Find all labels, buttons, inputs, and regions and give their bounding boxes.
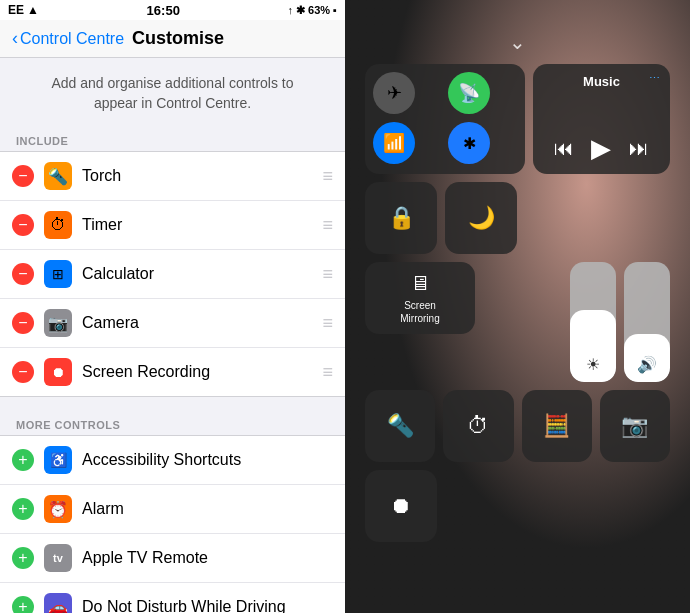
dismiss-chevron-icon[interactable]: ⌄ <box>365 30 670 54</box>
remove-torch-button[interactable]: − <box>12 165 34 187</box>
bluetooth-icon: ✱ <box>296 4 305 17</box>
screen-mirroring-button[interactable]: 🖥 ScreenMirroring <box>365 262 475 334</box>
add-accessibility-button[interactable]: + <box>12 449 34 471</box>
cc-third-row: 🖥 ScreenMirroring ☀ 🔊 <box>365 262 670 382</box>
screen-mirroring-icon: 🖥 <box>410 272 430 295</box>
wifi-button[interactable]: 📶 <box>373 122 415 164</box>
brightness-slider[interactable]: ☀ <box>570 262 616 382</box>
list-item: − ⏱ Timer ≡ <box>0 201 345 250</box>
back-label[interactable]: Control Centre <box>20 30 124 48</box>
calculator-icon: ⊞ <box>44 260 72 288</box>
more-controls-section-header: MORE CONTROLS <box>0 413 345 435</box>
include-section-header: INCLUDE <box>0 129 345 151</box>
do-not-disturb-button[interactable]: 🌙 <box>445 182 517 254</box>
cc-second-row: 🔒 🌙 <box>365 182 670 254</box>
timer-icon: ⏱ <box>44 211 72 239</box>
screen-recording-label: Screen Recording <box>82 363 314 381</box>
status-right: ↑ ✱ 63% ▪ <box>288 4 337 17</box>
arrow-icon: ↑ <box>288 4 294 16</box>
add-alarm-button[interactable]: + <box>12 498 34 520</box>
cc-timer-button[interactable]: ⏱ <box>443 390 513 462</box>
battery-icon: ▪ <box>333 4 337 16</box>
cc-screen-record-button[interactable]: ⏺ <box>365 470 437 542</box>
control-centre-panel: ⌄ ✈ 📡 📶 ✱ ⋯ Music ⏮ ▶ ⏭ 🔒 <box>365 30 670 593</box>
bluetooth-button[interactable]: ✱ <box>448 122 490 164</box>
drag-handle-torch[interactable]: ≡ <box>322 166 333 187</box>
wifi-signal-icon: ▲ <box>27 3 39 17</box>
back-chevron-icon: ‹ <box>12 28 18 49</box>
nav-bar: ‹ Control Centre Customise <box>0 20 345 58</box>
list-item: + ⏰ Alarm <box>0 485 345 534</box>
list-item: + 🚗 Do Not Disturb While Driving <box>0 583 345 613</box>
list-item: − 📷 Camera ≡ <box>0 299 345 348</box>
airplane-mode-button[interactable]: ✈ <box>373 72 415 114</box>
cellular-data-button[interactable]: 📡 <box>448 72 490 114</box>
next-track-button[interactable]: ⏭ <box>629 137 649 160</box>
list-item: − 🔦 Torch ≡ <box>0 152 345 201</box>
left-panel: EE ▲ 16:50 ↑ ✱ 63% ▪ ‹ Control Centre Cu… <box>0 0 345 613</box>
brightness-icon: ☀ <box>586 355 600 374</box>
cc-music-title: Music <box>583 74 620 89</box>
list-item: + tv Apple TV Remote <box>0 534 345 583</box>
camera-icon: 📷 <box>44 309 72 337</box>
accessibility-icon: ♿ <box>44 446 72 474</box>
orientation-lock-button[interactable]: 🔒 <box>365 182 437 254</box>
volume-slider[interactable]: 🔊 <box>624 262 670 382</box>
torch-label: Torch <box>82 167 314 185</box>
cc-record-row: ⏺ <box>365 470 670 542</box>
right-panel: ⌄ ✈ 📡 📶 ✱ ⋯ Music ⏮ ▶ ⏭ 🔒 <box>345 0 690 613</box>
drag-handle-camera[interactable]: ≡ <box>322 313 333 334</box>
back-button[interactable]: ‹ Control Centre <box>12 28 124 49</box>
cc-music-controls: ⏮ ▶ ⏭ <box>545 133 658 164</box>
cc-torch-button[interactable]: 🔦 <box>365 390 435 462</box>
settings-list: INCLUDE − 🔦 Torch ≡ − ⏱ Timer ≡ − ⊞ Calc… <box>0 129 345 613</box>
remove-camera-button[interactable]: − <box>12 312 34 334</box>
carrier-label: EE <box>8 3 24 17</box>
previous-track-button[interactable]: ⏮ <box>554 137 574 160</box>
cc-spacer <box>525 182 670 254</box>
dnd-driving-label: Do Not Disturb While Driving <box>82 598 333 613</box>
alarm-icon: ⏰ <box>44 495 72 523</box>
status-bar: EE ▲ 16:50 ↑ ✱ 63% ▪ <box>0 0 345 20</box>
add-dnd-driving-button[interactable]: + <box>12 596 34 613</box>
alarm-label: Alarm <box>82 500 333 518</box>
list-item: + ♿ Accessibility Shortcuts <box>0 436 345 485</box>
description-text: Add and organise additional controls to … <box>0 58 345 129</box>
more-controls-list: + ♿ Accessibility Shortcuts + ⏰ Alarm + … <box>0 435 345 613</box>
cc-camera-button[interactable]: 📷 <box>600 390 670 462</box>
torch-icon: 🔦 <box>44 162 72 190</box>
remove-calculator-button[interactable]: − <box>12 263 34 285</box>
calculator-label: Calculator <box>82 265 314 283</box>
apple-tv-label: Apple TV Remote <box>82 549 333 567</box>
remove-screen-recording-button[interactable]: − <box>12 361 34 383</box>
cc-top-row: ✈ 📡 📶 ✱ ⋯ Music ⏮ ▶ ⏭ <box>365 64 670 174</box>
cc-connectivity-block: ✈ 📡 📶 ✱ <box>365 64 525 174</box>
remove-timer-button[interactable]: − <box>12 214 34 236</box>
screen-recording-icon: ⏺ <box>44 358 72 386</box>
drag-handle-timer[interactable]: ≡ <box>322 215 333 236</box>
drag-handle-calculator[interactable]: ≡ <box>322 264 333 285</box>
screen-mirroring-label: ScreenMirroring <box>400 299 439 325</box>
time-label: 16:50 <box>147 3 180 18</box>
cc-bottom-row: 🔦 ⏱ 🧮 📷 <box>365 390 670 462</box>
list-item: − ⊞ Calculator ≡ <box>0 250 345 299</box>
cc-music-tile: ⋯ Music ⏮ ▶ ⏭ <box>533 64 670 174</box>
cc-calculator-button[interactable]: 🧮 <box>522 390 592 462</box>
volume-icon: 🔊 <box>637 355 657 374</box>
battery-label: 63% <box>308 4 330 16</box>
accessibility-label: Accessibility Shortcuts <box>82 451 333 469</box>
list-item: − ⏺ Screen Recording ≡ <box>0 348 345 396</box>
page-title: Customise <box>132 28 224 49</box>
apple-tv-icon: tv <box>44 544 72 572</box>
play-button[interactable]: ▶ <box>591 133 611 164</box>
timer-label: Timer <box>82 216 314 234</box>
status-left: EE ▲ <box>8 3 39 17</box>
add-apple-tv-button[interactable]: + <box>12 547 34 569</box>
airplay-icon: ⋯ <box>649 72 660 85</box>
dnd-driving-icon: 🚗 <box>44 593 72 613</box>
include-list: − 🔦 Torch ≡ − ⏱ Timer ≡ − ⊞ Calculator ≡ <box>0 151 345 397</box>
camera-label: Camera <box>82 314 314 332</box>
drag-handle-screen-recording[interactable]: ≡ <box>322 362 333 383</box>
